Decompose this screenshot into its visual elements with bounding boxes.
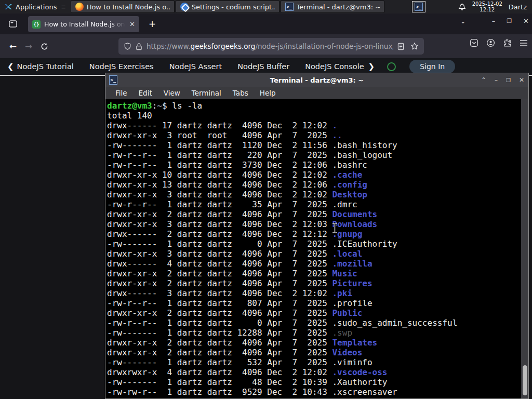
site-search-icon[interactable] bbox=[387, 62, 396, 71]
close-terminal-icon[interactable]: ✕ bbox=[519, 76, 524, 84]
maximize-window-icon[interactable]: ❐ bbox=[507, 18, 512, 24]
terminal-menubar: FileEditViewTerminalTabsHelp bbox=[105, 87, 528, 99]
terminal-menu-view[interactable]: View bbox=[158, 88, 186, 98]
taskbar-window-label: How to Install Node.js o... bbox=[87, 3, 170, 11]
browser-tab-active[interactable]: {} How to Install Node.js on ✕ bbox=[28, 16, 139, 32]
nav-scroll-right-icon[interactable]: ❯ bbox=[368, 62, 375, 71]
applications-label: Applications bbox=[16, 3, 57, 11]
site-nav-link[interactable]: NodeJS Exercises bbox=[89, 62, 154, 71]
terminal-window-title: Terminal - dartz@vm3: ~ bbox=[105, 76, 528, 84]
site-nav-link[interactable]: NodeJS Console bbox=[305, 62, 364, 71]
desktop: Applications ≡ How to Install Node.js o.… bbox=[0, 0, 532, 399]
hamburger-menu-icon[interactable] bbox=[520, 39, 528, 47]
back-button[interactable]: ← bbox=[5, 38, 21, 54]
tab-bar: {} How to Install Node.js on ✕ + ⌄ – ❐ ✕ bbox=[0, 14, 532, 34]
terminal-menu-edit[interactable]: Edit bbox=[133, 88, 158, 98]
terminal-text: dartz@vm3:~$ ls -la total 140 drwx------… bbox=[107, 101, 520, 397]
codium-icon bbox=[180, 3, 189, 11]
terminal-content[interactable]: dartz@vm3:~$ ls -la total 140 drwx------… bbox=[105, 99, 528, 398]
taskbar-window-button[interactable]: >_Terminal - dartz@vm3: ~ bbox=[281, 1, 384, 13]
terminal-glyph-icon: >_ bbox=[415, 3, 423, 11]
ibeam-mouse-cursor bbox=[332, 223, 338, 233]
panel-username: Dartz bbox=[509, 3, 527, 11]
menu-lines-icon: ≡ bbox=[61, 4, 65, 10]
terminal-menu-help[interactable]: Help bbox=[254, 88, 282, 98]
new-tab-button[interactable]: + bbox=[145, 18, 159, 31]
taskbar-window-button[interactable]: How to Install Node.js o... bbox=[71, 1, 175, 13]
extensions-puzzle-icon[interactable] bbox=[503, 38, 512, 47]
reader-view-icon[interactable] bbox=[397, 43, 404, 50]
geeksforgeeks-favicon: {} bbox=[32, 20, 41, 29]
taskbar-window-button[interactable]: Settings - codium script... bbox=[176, 1, 280, 13]
bookmark-star-icon[interactable] bbox=[410, 42, 419, 50]
shade-window-icon[interactable]: ⌃ bbox=[481, 76, 486, 84]
account-icon[interactable] bbox=[486, 38, 495, 47]
close-window-icon[interactable]: ✕ bbox=[523, 17, 529, 25]
terminal-window: >_ Terminal - dartz@vm3: ~ ⌃ – ❐ ✕ FileE… bbox=[105, 73, 529, 399]
firefox-view-button[interactable] bbox=[5, 17, 21, 31]
minimize-window-icon[interactable]: – bbox=[492, 17, 496, 25]
clock-date: 2025-12-02 bbox=[472, 1, 502, 7]
reload-button[interactable] bbox=[36, 38, 52, 54]
taskbar-window-label: Terminal - dartz@vm3: ~ bbox=[297, 3, 380, 11]
clock-time: 12:12 bbox=[472, 7, 502, 12]
tray-terminal-icon[interactable]: >_ bbox=[412, 1, 425, 12]
terminal-icon: >_ bbox=[285, 3, 294, 11]
site-nav-link[interactable]: NodeJS Assert bbox=[169, 62, 222, 71]
terminal-menu-file[interactable]: File bbox=[110, 88, 133, 98]
terminal-menu-terminal[interactable]: Terminal bbox=[186, 88, 227, 98]
site-nav-link[interactable]: NodeJS Buffer bbox=[237, 62, 289, 71]
tab-close-icon[interactable]: ✕ bbox=[129, 20, 135, 28]
tracking-shield-icon[interactable] bbox=[124, 42, 131, 50]
minimize-terminal-icon[interactable]: – bbox=[495, 76, 498, 84]
site-nav-link[interactable]: NodeJS Tutorial bbox=[17, 62, 74, 71]
taskbar-window-label: Settings - codium script... bbox=[192, 3, 275, 11]
maximize-terminal-icon[interactable]: ❐ bbox=[506, 77, 511, 83]
scrollbar-thumb[interactable] bbox=[523, 365, 527, 395]
sign-in-button[interactable]: Sign In bbox=[409, 60, 455, 73]
firefox-icon bbox=[75, 3, 84, 11]
terminal-window-icon: >_ bbox=[109, 75, 117, 85]
forward-button[interactable]: → bbox=[21, 38, 36, 54]
list-tabs-icon[interactable]: ⌄ bbox=[460, 17, 466, 25]
terminal-menu-tabs[interactable]: Tabs bbox=[227, 88, 254, 98]
url-bar[interactable]: https://www.geeksforgeeks.org/node-js/in… bbox=[118, 38, 424, 55]
tab-title: How to Install Node.js on bbox=[44, 20, 126, 28]
nav-scroll-left-icon[interactable]: ❮ bbox=[0, 62, 17, 71]
terminal-scrollbar[interactable] bbox=[521, 99, 528, 398]
lock-icon bbox=[136, 43, 142, 50]
pocket-save-icon[interactable] bbox=[470, 38, 478, 47]
navigation-toolbar: ← → https://www.geeksforgeeks.org/node-j… bbox=[0, 34, 532, 58]
terminal-titlebar[interactable]: >_ Terminal - dartz@vm3: ~ ⌃ – ❐ ✕ bbox=[105, 73, 528, 87]
panel-clock[interactable]: 2025-12-02 12:12 bbox=[472, 1, 502, 12]
xfce-panel: Applications ≡ How to Install Node.js o.… bbox=[0, 0, 532, 14]
url-text: https://www.geeksforgeeks.org/node-js/in… bbox=[147, 42, 393, 50]
distro-logo-icon bbox=[4, 3, 12, 11]
notification-bell-icon[interactable] bbox=[458, 3, 466, 11]
applications-menu-button[interactable]: Applications ≡ bbox=[0, 0, 70, 14]
